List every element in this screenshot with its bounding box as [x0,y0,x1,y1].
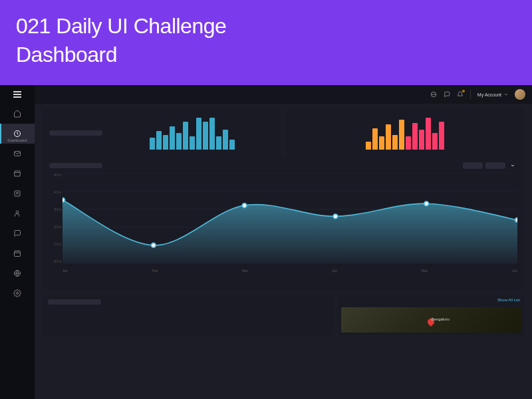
main-chart-card: 5.0 k4.0 k3.0 k2.0 k1.0 k0.0 k JanFebMar… [43,157,524,290]
topbar: My Account [35,85,532,104]
content: 5.0 k4.0 k3.0 k2.0 k1.0 k0.0 k JanFebMar… [35,104,532,399]
calendar-icon [13,249,21,257]
sidebar-item-globe[interactable] [0,263,35,283]
bar [372,128,378,150]
bar [150,138,155,150]
bar [379,136,384,150]
y-axis: 5.0 k4.0 k3.0 k2.0 k1.0 k0.0 k [49,173,61,263]
svg-rect-9 [15,251,21,257]
x-axis: JanFebMarAprMayJun [63,269,517,273]
bar [386,124,391,150]
app-shell: Dashboard [0,85,532,399]
area-chart [63,173,517,263]
language-button[interactable] [430,91,437,98]
sidebar-item-label: Dashboard [7,138,27,142]
bar [406,136,411,150]
bottom-title-placeholder [48,299,101,305]
chart-controls [463,162,517,169]
sidebar-item-calendar[interactable] [0,243,35,263]
chevron-down-icon [504,92,508,96]
bar [183,122,188,150]
x-tick: Mar [242,269,248,273]
x-tick: Apr [332,269,337,273]
bar [419,130,424,150]
account-dropdown[interactable]: My Account [477,92,508,97]
hamburger-button[interactable] [0,85,35,104]
map[interactable]: Bengaluru [341,307,521,332]
bar [196,118,201,150]
bottom-row: Show All List Bengaluru [43,295,524,335]
bar [412,123,418,150]
bar [426,118,431,150]
mini-bar-chart-2 [293,116,517,150]
sidebar: Dashboard [0,85,35,399]
gear-icon [13,289,21,297]
x-tick: Jan [63,269,68,273]
y-tick: 2.0 k [49,225,61,229]
bottom-card-left [43,295,333,335]
home-icon [13,110,21,118]
x-tick: May [422,269,428,273]
sidebar-item-settings[interactable] [0,283,35,303]
bar [156,131,162,150]
data-point[interactable] [63,198,65,202]
chart-expand-button[interactable] [508,162,517,169]
x-tick: Feb [152,269,158,273]
bar [366,142,371,150]
x-tick: Jun [512,269,517,273]
banner-line1: 021 Daily UI Challenge [16,14,226,38]
y-tick: 4.0 k [49,190,61,194]
bar [190,136,195,150]
data-point[interactable] [424,201,429,206]
sidebar-item-products[interactable] [0,164,35,184]
show-list-link[interactable]: Show All List [497,298,520,302]
globe-icon [13,269,21,277]
chat-icon [444,91,450,98]
svg-point-8 [16,211,19,213]
dashboard-icon [13,130,21,138]
account-label: My Account [477,92,501,97]
divider [470,90,471,99]
data-point[interactable] [515,217,517,222]
chart-option-2[interactable] [485,162,505,169]
sidebar-item-home[interactable] [0,104,35,124]
bar [432,133,438,150]
data-point[interactable] [151,243,156,247]
sidebar-item-users[interactable] [0,203,35,223]
data-point[interactable] [333,214,338,219]
sidebar-item-inbox[interactable] [0,144,35,164]
notification-badge [462,90,465,92]
bar [399,120,404,150]
y-tick: 1.0 k [49,242,61,246]
sidebar-item-chat[interactable] [0,223,35,243]
bar [223,130,228,150]
bar [209,118,215,150]
avatar[interactable] [515,89,525,100]
inbox-icon [13,150,21,158]
globe-icon [430,91,437,98]
y-tick: 3.0 k [49,207,61,211]
mini-bar-chart-1 [110,116,274,150]
bar [176,133,182,150]
banner: 021 Daily UI Challenge Dashboard [0,0,532,85]
banner-line2: Dashboard [16,43,117,66]
bar [170,126,175,150]
stat-title-placeholder [49,130,102,136]
bar [163,135,168,150]
notifications-button[interactable] [457,91,464,98]
y-tick: 0.0 k [49,259,61,263]
chevron-down-icon [510,163,515,168]
chart-body: 5.0 k4.0 k3.0 k2.0 k1.0 k0.0 k JanFebMar… [49,173,517,273]
data-point[interactable] [242,203,247,208]
sidebar-item-dashboard[interactable]: Dashboard [0,124,35,144]
messages-button[interactable] [444,91,450,98]
chart-title-placeholder [49,163,102,168]
sidebar-item-orders[interactable] [0,184,35,203]
list-icon [13,190,21,198]
stat-card-2 [286,109,524,157]
banner-title: 021 Daily UI Challenge Dashboard [16,12,516,69]
chart-option-1[interactable] [463,162,483,169]
svg-point-14 [17,293,19,295]
user-icon [13,209,21,217]
chart-header [49,162,517,169]
